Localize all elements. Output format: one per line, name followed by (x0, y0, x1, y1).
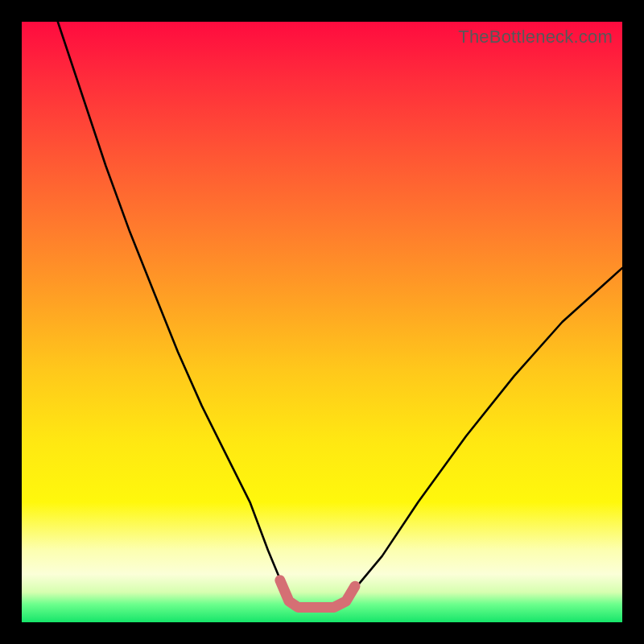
plot-area: TheBottleneck.com (22, 22, 622, 622)
chart-frame: TheBottleneck.com (0, 0, 644, 644)
bottleneck-curve-main (58, 22, 622, 607)
bottleneck-curve-svg (22, 22, 622, 622)
bottleneck-curve-highlight (280, 580, 355, 608)
